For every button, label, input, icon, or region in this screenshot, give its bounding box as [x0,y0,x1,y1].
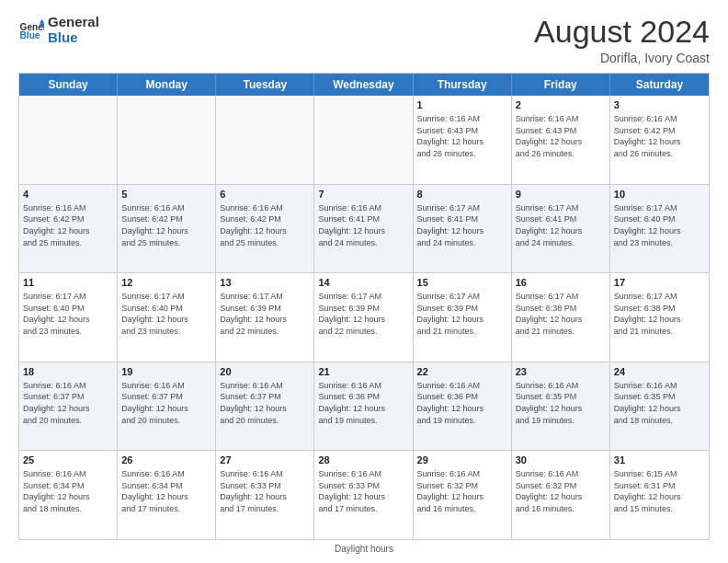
calendar-cell [314,96,413,184]
day-number: 12 [121,276,211,290]
calendar-header: Sunday Monday Tuesday Wednesday Thursday… [19,74,709,96]
day-info: Sunrise: 6:16 AM Sunset: 6:42 PM Dayligh… [121,202,211,248]
day-info: Sunrise: 6:17 AM Sunset: 6:40 PM Dayligh… [614,202,705,248]
day-info: Sunrise: 6:16 AM Sunset: 6:36 PM Dayligh… [417,380,507,426]
day-info: Sunrise: 6:16 AM Sunset: 6:37 PM Dayligh… [121,380,211,426]
calendar-cell: 13Sunrise: 6:17 AM Sunset: 6:39 PM Dayli… [216,273,314,362]
day-info: Sunrise: 6:15 AM Sunset: 6:31 PM Dayligh… [614,468,705,514]
day-info: Sunrise: 6:17 AM Sunset: 6:38 PM Dayligh… [516,291,606,337]
day-info: Sunrise: 6:16 AM Sunset: 6:34 PM Dayligh… [121,468,211,514]
calendar-cell: 11Sunrise: 6:17 AM Sunset: 6:40 PM Dayli… [19,273,118,362]
calendar-cell: 26Sunrise: 6:16 AM Sunset: 6:34 PM Dayli… [118,451,216,539]
calendar-cell: 25Sunrise: 6:16 AM Sunset: 6:34 PM Dayli… [19,451,118,539]
calendar-cell: 3Sunrise: 6:16 AM Sunset: 6:42 PM Daylig… [610,96,709,184]
logo-blue: Blue [48,30,99,46]
calendar-cell: 17Sunrise: 6:17 AM Sunset: 6:38 PM Dayli… [610,273,709,362]
header: General Blue General Blue August 2024 Do… [18,15,710,65]
calendar: Sunday Monday Tuesday Wednesday Thursday… [18,73,710,540]
header-thursday: Thursday [414,74,512,96]
header-saturday: Saturday [610,74,709,96]
calendar-cell: 4Sunrise: 6:16 AM Sunset: 6:42 PM Daylig… [19,185,118,273]
day-info: Sunrise: 6:17 AM Sunset: 6:38 PM Dayligh… [614,291,705,337]
header-sunday: Sunday [19,74,118,96]
calendar-body: 1Sunrise: 6:16 AM Sunset: 6:43 PM Daylig… [19,96,709,539]
day-number: 24 [614,365,705,379]
day-number: 22 [417,365,507,379]
calendar-cell [216,96,314,184]
day-info: Sunrise: 6:16 AM Sunset: 6:42 PM Dayligh… [614,113,705,159]
day-number: 14 [318,276,408,290]
title-block: August 2024 Dorifla, Ivory Coast [534,15,710,65]
day-number: 9 [516,188,606,201]
day-number: 29 [417,454,507,467]
day-number: 5 [121,188,211,201]
calendar-cell: 21Sunrise: 6:16 AM Sunset: 6:36 PM Dayli… [314,362,413,451]
calendar-row: 25Sunrise: 6:16 AM Sunset: 6:34 PM Dayli… [19,451,709,539]
calendar-row: 1Sunrise: 6:16 AM Sunset: 6:43 PM Daylig… [19,96,709,185]
day-info: Sunrise: 6:16 AM Sunset: 6:32 PM Dayligh… [417,468,507,514]
calendar-cell: 9Sunrise: 6:17 AM Sunset: 6:41 PM Daylig… [512,185,610,273]
day-info: Sunrise: 6:16 AM Sunset: 6:43 PM Dayligh… [417,113,507,159]
day-info: Sunrise: 6:16 AM Sunset: 6:37 PM Dayligh… [23,380,113,426]
day-info: Sunrise: 6:16 AM Sunset: 6:41 PM Dayligh… [318,202,408,248]
day-info: Sunrise: 6:16 AM Sunset: 6:42 PM Dayligh… [23,202,113,248]
svg-text:Blue: Blue [20,30,40,40]
day-info: Sunrise: 6:16 AM Sunset: 6:42 PM Dayligh… [220,202,310,248]
day-number: 7 [318,188,408,201]
day-info: Sunrise: 6:16 AM Sunset: 6:32 PM Dayligh… [516,468,606,514]
calendar-row: 18Sunrise: 6:16 AM Sunset: 6:37 PM Dayli… [19,362,709,452]
day-info: Sunrise: 6:17 AM Sunset: 6:40 PM Dayligh… [121,291,211,337]
calendar-cell: 18Sunrise: 6:16 AM Sunset: 6:37 PM Dayli… [19,362,118,451]
day-info: Sunrise: 6:16 AM Sunset: 6:34 PM Dayligh… [23,468,113,514]
calendar-cell: 8Sunrise: 6:17 AM Sunset: 6:41 PM Daylig… [414,185,512,273]
calendar-cell: 12Sunrise: 6:17 AM Sunset: 6:40 PM Dayli… [118,273,216,362]
calendar-cell: 22Sunrise: 6:16 AM Sunset: 6:36 PM Dayli… [414,362,512,451]
logo: General Blue General Blue [18,15,99,45]
day-info: Sunrise: 6:16 AM Sunset: 6:36 PM Dayligh… [318,380,408,426]
day-number: 21 [318,365,408,379]
header-monday: Monday [118,74,216,96]
day-info: Sunrise: 6:16 AM Sunset: 6:33 PM Dayligh… [318,468,408,514]
day-number: 8 [417,188,507,201]
calendar-cell: 28Sunrise: 6:16 AM Sunset: 6:33 PM Dayli… [314,451,413,539]
day-info: Sunrise: 6:16 AM Sunset: 6:35 PM Dayligh… [516,380,606,426]
calendar-cell: 7Sunrise: 6:16 AM Sunset: 6:41 PM Daylig… [314,185,413,273]
calendar-cell: 20Sunrise: 6:16 AM Sunset: 6:37 PM Dayli… [216,362,314,451]
day-number: 1 [417,98,507,112]
day-number: 31 [614,454,705,467]
calendar-row: 4Sunrise: 6:16 AM Sunset: 6:42 PM Daylig… [19,185,709,274]
calendar-cell: 31Sunrise: 6:15 AM Sunset: 6:31 PM Dayli… [610,451,709,539]
calendar-cell: 5Sunrise: 6:16 AM Sunset: 6:42 PM Daylig… [118,185,216,273]
day-info: Sunrise: 6:16 AM Sunset: 6:33 PM Dayligh… [220,468,310,514]
day-info: Sunrise: 6:17 AM Sunset: 6:39 PM Dayligh… [220,291,310,337]
calendar-cell [19,96,118,184]
calendar-cell: 14Sunrise: 6:17 AM Sunset: 6:39 PM Dayli… [314,273,413,362]
svg-marker-3 [40,23,44,28]
calendar-cell: 6Sunrise: 6:16 AM Sunset: 6:42 PM Daylig… [216,185,314,273]
day-info: Sunrise: 6:16 AM Sunset: 6:37 PM Dayligh… [220,380,310,426]
day-info: Sunrise: 6:17 AM Sunset: 6:39 PM Dayligh… [318,291,408,337]
day-info: Sunrise: 6:16 AM Sunset: 6:43 PM Dayligh… [516,113,606,159]
calendar-cell: 15Sunrise: 6:17 AM Sunset: 6:39 PM Dayli… [414,273,512,362]
calendar-cell: 19Sunrise: 6:16 AM Sunset: 6:37 PM Dayli… [118,362,216,451]
page: General Blue General Blue August 2024 Do… [0,0,728,563]
calendar-cell: 23Sunrise: 6:16 AM Sunset: 6:35 PM Dayli… [512,362,610,451]
svg-marker-2 [40,18,44,23]
day-number: 28 [318,454,408,467]
footer-note: Daylight hours [18,544,710,554]
calendar-cell: 2Sunrise: 6:16 AM Sunset: 6:43 PM Daylig… [512,96,610,184]
day-number: 18 [23,365,113,379]
calendar-cell: 29Sunrise: 6:16 AM Sunset: 6:32 PM Dayli… [414,451,512,539]
day-info: Sunrise: 6:17 AM Sunset: 6:40 PM Dayligh… [23,291,113,337]
day-number: 17 [614,276,705,290]
day-info: Sunrise: 6:17 AM Sunset: 6:39 PM Dayligh… [417,291,507,337]
calendar-cell [118,96,216,184]
day-number: 20 [220,365,310,379]
calendar-row: 11Sunrise: 6:17 AM Sunset: 6:40 PM Dayli… [19,273,709,362]
calendar-cell: 16Sunrise: 6:17 AM Sunset: 6:38 PM Dayli… [512,273,610,362]
day-number: 11 [23,276,113,290]
header-wednesday: Wednesday [314,74,413,96]
day-number: 23 [516,365,606,379]
calendar-cell: 27Sunrise: 6:16 AM Sunset: 6:33 PM Dayli… [216,451,314,539]
day-number: 10 [614,188,705,201]
